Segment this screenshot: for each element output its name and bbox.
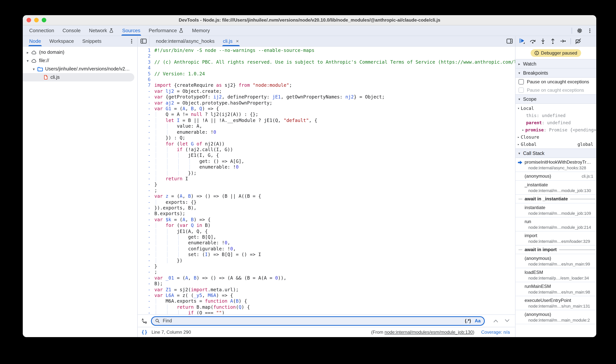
section-callstack[interactable]: ▾ Call Stack	[516, 148, 596, 158]
callstack-frame[interactable]: (anonymous)node:internal/m…main_module:2	[516, 310, 596, 324]
line-number[interactable]: -	[138, 270, 154, 275]
disclosure-triangle-icon[interactable]: ▸	[516, 142, 521, 146]
step-into-icon[interactable]	[540, 38, 546, 44]
line-number[interactable]: -	[138, 100, 154, 106]
step-over-icon[interactable]	[530, 38, 536, 44]
line-number[interactable]: -	[138, 141, 154, 147]
toggle-navigator-icon[interactable]	[138, 36, 149, 46]
callstack-frame[interactable]: (anonymous)cli.js:1	[516, 172, 596, 181]
disclosure-triangle-icon[interactable]: ▾	[516, 106, 521, 110]
line-number[interactable]: -	[138, 293, 154, 299]
step-icon[interactable]	[560, 38, 566, 44]
line-number[interactable]: -	[138, 176, 154, 182]
section-breakpoints[interactable]: ▾ Breakpoints	[516, 69, 596, 78]
disclosure-triangle-icon[interactable]: ▸	[516, 135, 521, 139]
navigator-tab-workspace[interactable]: Workspace	[45, 36, 78, 46]
line-number[interactable]: 1	[138, 48, 154, 54]
callstack-frame[interactable]: (anonymous)node:internal/m…es/run_main:9…	[516, 254, 596, 268]
line-number[interactable]: -	[138, 188, 154, 194]
scope-entry-parent[interactable]: parent: undefined	[516, 119, 596, 126]
line-number[interactable]: -	[138, 252, 154, 258]
callstack-frame[interactable]: executeUserEntryPointnode:internal/m…s/r…	[516, 296, 596, 310]
line-number[interactable]: -	[138, 205, 154, 211]
line-number[interactable]: 7	[138, 83, 154, 89]
tab-sources[interactable]: Sources	[118, 25, 144, 36]
regex-toggle[interactable]: (.*)	[465, 318, 471, 324]
line-number[interactable]: -	[138, 182, 154, 188]
tab-memory[interactable]: Memory	[188, 25, 214, 36]
callstack-frame[interactable]: importnode:internal/m…esm/loader:329	[516, 232, 596, 246]
editor-tab-cli-js[interactable]: cli.js×	[219, 36, 243, 46]
replace-toggle-icon[interactable]: AB	[141, 318, 147, 324]
line-number[interactable]: -	[138, 199, 154, 205]
line-number[interactable]: -	[138, 118, 154, 124]
line-number[interactable]: 4	[138, 65, 154, 71]
line-number[interactable]: -	[138, 264, 154, 270]
find-next-icon[interactable]	[504, 319, 510, 323]
callstack-frame[interactable]: promiseInitHookWithDestroyTr…node:intern…	[516, 158, 596, 172]
line-number[interactable]: -	[138, 287, 154, 293]
scope-entry-promise[interactable]: ▸promise: Promise {<pending>}	[516, 126, 596, 133]
line-number[interactable]: -	[138, 89, 154, 94]
line-number[interactable]: -	[138, 229, 154, 234]
tab-console[interactable]: Console	[58, 25, 85, 36]
pretty-print-button[interactable]: {}	[141, 329, 148, 335]
line-number[interactable]: -	[138, 299, 154, 305]
line-number[interactable]: -	[138, 223, 154, 229]
match-case-toggle[interactable]: Aa	[475, 318, 481, 324]
line-number[interactable]: -	[138, 106, 154, 112]
checkbox[interactable]	[518, 79, 524, 84]
editor-tab-node-internal-async-hooks[interactable]: node:internal/async_hooks	[152, 36, 219, 46]
line-number[interactable]: -	[138, 153, 154, 159]
line-number[interactable]: -	[138, 170, 154, 176]
scope-global[interactable]: ▸Globalglobal	[516, 141, 596, 148]
navigator-tab-node[interactable]: Node	[25, 36, 45, 46]
resume-icon[interactable]	[519, 38, 525, 44]
line-number[interactable]: 3	[138, 59, 154, 65]
line-number[interactable]: -	[138, 310, 154, 314]
tree-item-file-[interactable]: ▾file://	[23, 56, 137, 65]
disclosure-triangle-icon[interactable]: ▾	[25, 59, 30, 63]
callstack-frame[interactable]: runMainESMnode:internal/m…es/run_main:98	[516, 282, 596, 296]
kebab-menu-icon[interactable]	[587, 28, 592, 33]
tab-performance[interactable]: Performance	[144, 25, 188, 36]
line-number[interactable]: -	[138, 124, 154, 130]
navigator-tab-snippets[interactable]: Snippets	[78, 36, 106, 46]
line-number[interactable]: 5	[138, 71, 154, 77]
line-number[interactable]: -	[138, 94, 154, 100]
line-number[interactable]: -	[138, 164, 154, 170]
callstack-frame[interactable]: _instantiatenode:internal/m…module_job:1…	[516, 181, 596, 195]
line-number[interactable]: -	[138, 135, 154, 141]
callstack-frame[interactable]: loadESMnode:internal/p…/esm_loader:34	[516, 268, 596, 282]
line-number[interactable]: -	[138, 129, 154, 135]
tree-item--no-domain-[interactable]: ▸(no domain)	[23, 48, 137, 56]
line-number[interactable]: -	[138, 275, 154, 281]
close-tab-icon[interactable]: ×	[236, 38, 239, 44]
line-number[interactable]: -	[138, 234, 154, 240]
scope-entry-this[interactable]: this: undefined	[516, 112, 596, 119]
tree-item-users-jinhuilee-nvm-versions-node-v2-[interactable]: ▾Users/jinhuilee/.nvm/versions/node/v2…	[23, 65, 137, 73]
line-number[interactable]: -	[138, 258, 154, 264]
callstack-frame[interactable]: runnode:internal/m…module_job:214	[516, 217, 596, 232]
line-number[interactable]: -	[138, 147, 154, 153]
find-input[interactable]	[162, 318, 465, 324]
tab-connection[interactable]: Connection	[25, 25, 58, 36]
line-number[interactable]: -	[138, 211, 154, 217]
line-number[interactable]: -	[138, 240, 154, 246]
line-number[interactable]: -	[138, 194, 154, 199]
from-source-link[interactable]: node:internal/modules/esm/module_job:130	[385, 329, 473, 335]
section-watch[interactable]: ▸ Watch	[516, 59, 596, 69]
line-number[interactable]: 2	[138, 54, 154, 59]
tree-item-cli-js[interactable]: cli.js	[23, 73, 134, 81]
toggle-debugger-sidebar-icon[interactable]	[504, 36, 515, 46]
line-number[interactable]: -	[138, 246, 154, 252]
gear-icon[interactable]	[576, 27, 583, 34]
callstack-frame[interactable]: instantiatenode:internal/m…module_job:10…	[516, 203, 596, 217]
coverage-link[interactable]: Coverage: n/a	[481, 329, 510, 335]
step-out-icon[interactable]	[550, 38, 556, 44]
navigator-kebab-icon[interactable]	[129, 39, 134, 44]
line-number[interactable]: -	[138, 217, 154, 223]
section-scope[interactable]: ▾ Scope	[516, 94, 596, 104]
scope-closure[interactable]: ▸Closure	[516, 133, 596, 141]
line-number[interactable]: -	[138, 305, 154, 310]
